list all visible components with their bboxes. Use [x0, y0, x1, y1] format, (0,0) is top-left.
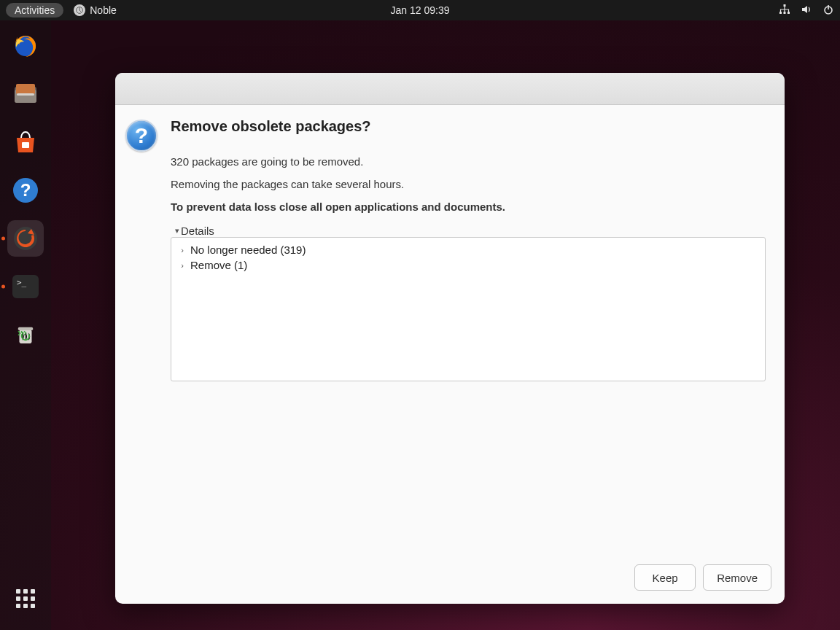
- dock-terminal[interactable]: >_: [7, 268, 44, 305]
- dock-firefox[interactable]: [7, 28, 44, 64]
- svg-rect-11: [17, 93, 34, 96]
- network-icon[interactable]: [779, 4, 790, 18]
- svg-rect-4: [788, 12, 790, 14]
- clock[interactable]: Jan 12 09:39: [391, 4, 450, 16]
- power-icon[interactable]: [822, 4, 834, 18]
- system-status-area[interactable]: [779, 4, 834, 18]
- dock: ? >_: [0, 20, 51, 630]
- firefox-icon: [11, 31, 40, 61]
- top-panel-left: Activities Noble: [6, 3, 117, 18]
- svg-rect-10: [16, 84, 35, 94]
- top-panel: Activities Noble Jan 12 09:39: [0, 0, 840, 20]
- help-icon: ?: [11, 176, 40, 205]
- dialog-icon-col: ?: [125, 118, 160, 554]
- dock-trash[interactable]: [7, 316, 44, 353]
- dock-software[interactable]: [7, 124, 44, 160]
- updater-icon: [11, 224, 40, 253]
- app-menu-label: Noble: [90, 4, 117, 16]
- dock-files[interactable]: [7, 76, 44, 112]
- svg-text:?: ?: [20, 180, 31, 200]
- dialog-titlebar[interactable]: [115, 73, 785, 105]
- svg-rect-1: [784, 4, 786, 7]
- question-icon: ?: [125, 120, 158, 152]
- svg-rect-18: [18, 327, 33, 330]
- keep-button[interactable]: Keep: [634, 564, 696, 591]
- chevron-right-icon: ›: [179, 261, 186, 270]
- tree-row-remove[interactable]: › Remove (1): [171, 257, 765, 273]
- app-menu[interactable]: Noble: [74, 4, 117, 16]
- details-expander[interactable]: ▾ Details: [175, 225, 766, 237]
- trash-icon: [11, 320, 40, 349]
- details-tree[interactable]: › No longer needed (319) › Remove (1): [171, 237, 766, 381]
- dialog-content: Remove obsolete packages? 320 packages a…: [171, 118, 766, 554]
- remove-button[interactable]: Remove: [703, 564, 771, 591]
- dialog-heading: Remove obsolete packages?: [171, 118, 766, 135]
- tree-row-no-longer-needed[interactable]: › No longer needed (319): [171, 242, 765, 257]
- svg-rect-12: [22, 142, 29, 148]
- app-menu-icon: [74, 4, 85, 16]
- dialog-body: ? Remove obsolete packages? 320 packages…: [115, 105, 785, 554]
- show-apps-button[interactable]: [7, 580, 44, 617]
- volume-icon[interactable]: [801, 4, 812, 18]
- svg-rect-3: [784, 12, 786, 14]
- software-store-icon: [11, 128, 40, 157]
- chevron-down-icon: ▾: [175, 226, 179, 236]
- tree-label: Remove (1): [190, 259, 247, 271]
- files-icon: [11, 79, 40, 109]
- details-label: Details: [181, 225, 214, 237]
- dialog-button-row: Keep Remove: [115, 554, 785, 604]
- svg-rect-2: [779, 12, 782, 14]
- svg-text:>_: >_: [17, 278, 27, 287]
- chevron-right-icon: ›: [179, 246, 186, 254]
- dock-software-updater[interactable]: [7, 220, 44, 257]
- tree-label: No longer needed (319): [190, 244, 306, 256]
- dialog-window: ? Remove obsolete packages? 320 packages…: [115, 73, 785, 604]
- dialog-message-2: Removing the packages can take several h…: [171, 178, 766, 190]
- apps-grid-icon: [16, 589, 35, 608]
- dock-help[interactable]: ?: [7, 172, 44, 209]
- terminal-icon: >_: [12, 275, 39, 298]
- activities-button[interactable]: Activities: [6, 3, 63, 18]
- dialog-message-1: 320 packages are going to be removed.: [171, 155, 766, 168]
- dialog-warning: To prevent data loss close all open appl…: [171, 201, 766, 213]
